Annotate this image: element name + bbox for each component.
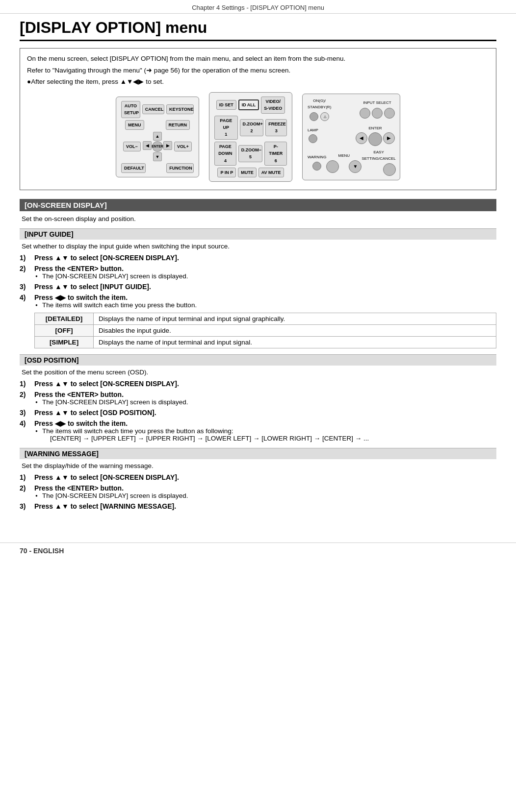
step-content-1: Press ▲▼ to select [ON-SCREEN DISPLAY]. <box>34 254 496 262</box>
warning-message-desc: Set the display/hide of the warning mess… <box>20 462 496 469</box>
panel-indicator-on: △ <box>320 112 329 121</box>
osd-step-num-4: 4) <box>20 419 34 427</box>
rmt-btn-freeze: FREEZE3 <box>265 119 287 136</box>
on-screen-display-desc: Set the on-screen display and position. <box>20 215 496 222</box>
panel-label-menu: MENU <box>326 153 361 159</box>
osd-step-content-3: Press ▲▼ to select [OSD POSITION]. <box>34 409 496 417</box>
page-title: [DISPLAY OPTION] menu <box>20 19 496 41</box>
remote-diagram: AUTOSETUP CANCEL KEYSTONE MENU RETURN VO… <box>27 92 489 182</box>
rmt-btn-function: FUNCTION <box>166 163 194 173</box>
rmt-btn-volminus: VOL− <box>123 142 141 151</box>
panel-label-warning: WARNING <box>308 154 326 161</box>
rmt-btn-keystone: KEYSTONE <box>166 104 194 114</box>
intro-line3: ●After selecting the item, press ▲▼◀▶ to… <box>27 76 489 87</box>
rmt-btn-autosetup: AUTOSETUP <box>121 101 140 118</box>
rmt-btn-avmute: AV MUTE <box>258 168 284 177</box>
rmt-btn-menu: MENU <box>125 120 144 130</box>
step-num-4: 4) <box>20 294 34 301</box>
option-desc-simple: Displays the name of input terminal and … <box>94 337 496 348</box>
osd-step-content-4: Press ◀▶ to switch the item. The items w… <box>34 419 496 442</box>
panel-btn-input3 <box>384 108 395 119</box>
osd-step-content-2: Press the <ENTER> button. The [ON-SCREEN… <box>34 391 496 406</box>
panel-btn-input2 <box>372 108 383 119</box>
rmt-btn-idall: ID ALL <box>238 99 259 110</box>
option-desc-detailed: Displays the name of input terminal and … <box>94 313 496 325</box>
table-row: [SIMPLE] Displays the name of input term… <box>35 337 496 348</box>
warning-step-content-1: Press ▲▼ to select [ON-SCREEN DISPLAY]. <box>34 473 496 481</box>
table-row: [OFF] Disables the input guide. <box>35 325 496 337</box>
osd-step-2: 2) Press the <ENTER> button. The [ON-SCR… <box>20 391 496 406</box>
rmt-enter: ENTER <box>152 141 163 152</box>
panel-label-easy-setting: EASY SETTING/CANCEL <box>361 149 395 162</box>
osd-step-2-bullet: The [ON-SCREEN DISPLAY] screen is displa… <box>34 398 496 406</box>
panel-btn-down: ▼ <box>349 160 361 173</box>
input-guide-step-2: 2) Press the <ENTER> button. The [ON-SCR… <box>20 265 496 280</box>
panel-btn-menu <box>326 160 339 173</box>
osd-step-4-bullet: The items will switch each time you pres… <box>34 427 496 435</box>
osd-step-1: 1) Press ▲▼ to select [ON-SCREEN DISPLAY… <box>20 380 496 388</box>
rmt-btn-ptimer: P-TIMER6 <box>264 142 287 166</box>
rmt-btn-volplus: VOL+ <box>174 142 192 151</box>
warning-step-2: 2) Press the <ENTER> button. The [ON-SCR… <box>20 484 496 499</box>
step-content-4: Press ◀▶ to switch the item. The items w… <box>34 294 496 309</box>
rmt-btn-default: DEFAULT <box>121 163 146 173</box>
table-row: [DETAILED] Displays the name of input te… <box>35 313 496 325</box>
step-num-3: 3) <box>20 283 34 291</box>
rmt-btn-return: RETURN <box>166 120 190 130</box>
rmt-btn-pagedown: PAGEDOWN 4 <box>214 142 236 166</box>
rmt-arrow-up: ▲ <box>153 132 162 141</box>
panel-label-enter: ENTER <box>368 125 382 132</box>
panel-indicator-standby <box>310 112 318 121</box>
panel-right: ON(G)/STANDBY(R) △ INPUT SELECT <box>302 94 400 180</box>
panel-label-input-select: INPUT SELECT <box>360 100 395 106</box>
intro-line1: On the menu screen, select [DISPLAY OPTI… <box>27 53 489 64</box>
rmt-btn-cancel: CANCEL <box>142 104 164 114</box>
input-guide-step-3: 3) Press ▲▼ to select [INPUT GUIDE]. <box>20 283 496 291</box>
step-num-2: 2) <box>20 265 34 272</box>
page-footer: 70 - ENGLISH <box>0 542 516 559</box>
osd-step-num-3: 3) <box>20 409 34 417</box>
rmt-btn-dzoomplus: D.ZOOM+2 <box>240 119 264 136</box>
warning-step-content-2: Press the <ENTER> button. The [ON-SCREEN… <box>34 484 496 499</box>
input-guide-step-4: 4) Press ◀▶ to switch the item. The item… <box>20 294 496 309</box>
panel-indicator-lamp <box>309 134 317 143</box>
rmt-btn-pageup: PAGE UP1 <box>214 116 238 140</box>
panel-btn-left: ◀ <box>356 132 367 144</box>
rmt-btn-mute: MUTE <box>238 168 257 177</box>
rmt-btn-pinp: P IN P <box>217 168 236 177</box>
warning-step-num-2: 2) <box>20 484 34 492</box>
panel-btn-input1 <box>360 108 370 119</box>
option-label-detailed: [DETAILED] <box>35 313 94 325</box>
step-content-2: Press the <ENTER> button. The [ON-SCREEN… <box>34 265 496 280</box>
osd-step-content-1: Press ▲▼ to select [ON-SCREEN DISPLAY]. <box>34 380 496 388</box>
warning-step-content-3: Press ▲▼ to select [WARNING MESSAGE]. <box>34 502 496 510</box>
osd-step-num-2: 2) <box>20 391 34 398</box>
input-guide-desc: Set whether to display the input guide w… <box>20 243 496 250</box>
remote-right: ID SET ID ALL VIDEO/S-VIDEO PAGE UP1 D.Z… <box>209 92 292 182</box>
warning-step-num-3: 3) <box>20 502 34 510</box>
warning-step-2-bullet: The [ON-SCREEN DISPLAY] screen is displa… <box>34 492 496 499</box>
rmt-arrow-down: ▼ <box>153 152 162 161</box>
osd-step-num-1: 1) <box>20 380 34 388</box>
step-num-1: 1) <box>20 254 34 262</box>
panel-label-standby: ON(G)/STANDBY(R) <box>308 98 331 111</box>
input-guide-header: [INPUT GUIDE] <box>20 228 496 240</box>
warning-step-1: 1) Press ▲▼ to select [ON-SCREEN DISPLAY… <box>20 473 496 481</box>
input-guide-options-table: [DETAILED] Displays the name of input te… <box>34 313 496 348</box>
option-label-off: [OFF] <box>35 325 94 337</box>
option-label-simple: [SIMPLE] <box>35 337 94 348</box>
warning-message-header: [WARNING MESSAGE] <box>20 448 496 459</box>
intro-line2: Refer to "Navigating through the menu" (… <box>27 65 489 76</box>
osd-step-3: 3) Press ▲▼ to select [OSD POSITION]. <box>20 409 496 417</box>
rmt-arrow-right: ▶ <box>163 141 172 150</box>
step-4-bullet: The items will switch each time you pres… <box>34 301 496 309</box>
step-content-3: Press ▲▼ to select [INPUT GUIDE]. <box>34 283 496 291</box>
input-guide-step-1: 1) Press ▲▼ to select [ON-SCREEN DISPLAY… <box>20 254 496 262</box>
warning-step-3: 3) Press ▲▼ to select [WARNING MESSAGE]. <box>20 502 496 510</box>
panel-btn-easy-setting <box>383 163 396 176</box>
osd-step-4: 4) Press ◀▶ to switch the item. The item… <box>20 419 496 442</box>
rmt-btn-video-svideo: VIDEO/S-VIDEO <box>261 97 285 114</box>
intro-box: On the menu screen, select [DISPLAY OPTI… <box>20 48 496 190</box>
panel-label-lamp: LAMP <box>308 127 318 134</box>
page-header: Chapter 4 Settings - [DISPLAY OPTION] me… <box>0 0 516 14</box>
